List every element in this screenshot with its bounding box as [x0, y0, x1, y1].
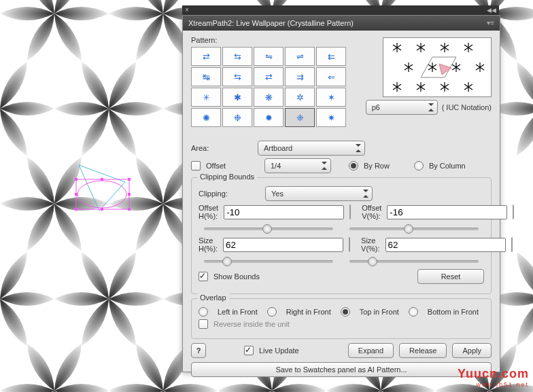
- size-h-input[interactable]: [223, 238, 343, 252]
- symmetry-option[interactable]: ↹: [191, 67, 221, 86]
- clipping-select[interactable]: Yes: [265, 186, 373, 201]
- symmetry-option[interactable]: ✶: [316, 88, 346, 107]
- by-column-radio[interactable]: [414, 161, 424, 171]
- symmetry-option[interactable]: ✺: [191, 108, 221, 127]
- symmetry-option[interactable]: ✲: [285, 88, 315, 107]
- symmetry-option[interactable]: ⇄: [254, 67, 283, 86]
- svg-rect-4: [101, 178, 103, 181]
- apply-button[interactable]: Apply: [452, 343, 492, 358]
- panel-title: XtreamPath2: Live Wallpaper (Crystalline…: [188, 16, 354, 31]
- release-button[interactable]: Release: [399, 343, 447, 358]
- size-h-slider[interactable]: [204, 255, 333, 266]
- live-update-label: Live Update: [259, 346, 299, 355]
- right-front-label: Right in Front: [286, 308, 331, 316]
- size-v-spinner[interactable]: ▴▾: [511, 237, 513, 252]
- reverse-unit-checkbox[interactable]: [199, 319, 208, 329]
- svg-marker-11: [421, 57, 456, 77]
- symmetry-option[interactable]: ⇇: [316, 47, 346, 66]
- symmetry-option[interactable]: ⇄: [191, 47, 221, 66]
- symmetry-option[interactable]: ✹: [254, 108, 283, 127]
- area-select[interactable]: Artboard: [258, 141, 365, 156]
- symmetry-option[interactable]: ⇆: [222, 67, 252, 86]
- offset-label: Offset: [206, 162, 259, 170]
- symmetry-option[interactable]: ❋: [254, 88, 283, 107]
- offset-fraction-select[interactable]: 1/4: [264, 158, 331, 173]
- show-bounds-checkbox[interactable]: [199, 272, 208, 281]
- symmetry-option[interactable]: ❉: [222, 108, 252, 127]
- symmetry-option[interactable]: ⇆: [222, 47, 252, 66]
- clipping-label: Clipping:: [199, 190, 260, 198]
- by-row-label: By Row: [364, 162, 390, 170]
- iuc-notation-hint: ( IUC Notation): [442, 103, 492, 111]
- symmetry-option[interactable]: ⇉: [285, 67, 315, 86]
- iuc-notation-select[interactable]: p6: [366, 100, 438, 115]
- help-button[interactable]: ?: [191, 343, 206, 358]
- size-v-slider[interactable]: [349, 255, 479, 266]
- size-v-label: Size V(%):: [361, 236, 380, 253]
- offset-checkbox[interactable]: [191, 161, 201, 171]
- clipping-group-title: Clipping Bounds: [197, 173, 257, 181]
- show-bounds-label: Show Bounds: [213, 272, 260, 281]
- left-front-radio[interactable]: [199, 307, 208, 317]
- symmetry-option[interactable]: ⇐: [316, 67, 346, 86]
- overlap-group: Overlap Left in Front Right in Front Top…: [191, 298, 492, 339]
- symmetry-option[interactable]: ✱: [222, 88, 252, 107]
- offset-v-input[interactable]: [387, 205, 507, 219]
- symmetry-option[interactable]: ⇋: [254, 47, 283, 66]
- svg-point-2: [78, 181, 126, 208]
- offset-v-spinner[interactable]: ▴▾: [513, 204, 514, 219]
- bottom-front-radio[interactable]: [409, 307, 418, 317]
- watermark: Yuucn.com www.jb51.net: [458, 367, 529, 388]
- svg-rect-6: [75, 193, 78, 196]
- reverse-unit-label: Reverse inside the unit: [213, 320, 290, 328]
- symmetry-option[interactable]: ✷: [316, 108, 346, 127]
- top-front-label: Top in Front: [360, 308, 399, 316]
- svg-rect-1: [76, 179, 129, 209]
- symmetry-option[interactable]: ✳: [191, 88, 221, 107]
- size-h-spinner[interactable]: ▴▾: [349, 237, 350, 252]
- offset-h-spinner[interactable]: ▴▾: [349, 204, 351, 219]
- symmetry-option-selected[interactable]: ❈: [285, 108, 315, 127]
- svg-rect-3: [75, 178, 78, 181]
- expand-button[interactable]: Expand: [348, 343, 394, 358]
- by-column-label: By Column: [429, 162, 466, 170]
- pattern-preview: [383, 37, 492, 97]
- panel-close-bar: × ◀◀: [182, 5, 499, 15]
- svg-marker-12: [439, 64, 451, 75]
- offset-v-slider[interactable]: [349, 223, 479, 234]
- canvas-selection[interactable]: [72, 162, 133, 216]
- svg-rect-8: [75, 208, 78, 211]
- save-swatches-button[interactable]: Save to Swatches panel as AI Pattern...: [191, 362, 492, 377]
- svg-rect-7: [128, 193, 131, 196]
- overlap-group-title: Overlap: [197, 293, 229, 302]
- area-label: Area:: [191, 144, 252, 152]
- by-row-radio[interactable]: [349, 161, 358, 171]
- right-front-radio[interactable]: [267, 307, 277, 317]
- svg-marker-0: [79, 165, 125, 211]
- panel-menu-icon[interactable]: ▾≡: [487, 16, 494, 31]
- offset-h-slider[interactable]: [204, 223, 333, 234]
- panel-titlebar: XtreamPath2: Live Wallpaper (Crystalline…: [183, 16, 500, 31]
- svg-rect-9: [101, 208, 103, 211]
- xtreampath-panel: XtreamPath2: Live Wallpaper (Crystalline…: [182, 15, 500, 372]
- svg-rect-5: [128, 178, 131, 181]
- svg-rect-10: [128, 208, 131, 211]
- symmetry-option[interactable]: ⇌: [285, 47, 315, 66]
- offset-h-label: Offset H(%):: [199, 204, 218, 220]
- size-h-label: Size H(%):: [199, 236, 218, 253]
- bottom-front-label: Bottom in Front: [428, 308, 479, 316]
- live-update-checkbox[interactable]: [244, 346, 254, 355]
- clipping-bounds-group: Clipping Bounds Clipping: Yes Offset H(%…: [191, 177, 492, 294]
- close-icon[interactable]: ×: [182, 6, 189, 14]
- offset-h-input[interactable]: [224, 205, 344, 219]
- collapse-icon[interactable]: ◀◀: [487, 7, 496, 14]
- left-front-label: Left in Front: [218, 308, 258, 316]
- offset-v-label: Offset V(%):: [362, 204, 381, 220]
- reset-button[interactable]: Reset: [417, 269, 484, 284]
- top-front-radio[interactable]: [341, 307, 350, 317]
- size-v-input[interactable]: [385, 238, 506, 252]
